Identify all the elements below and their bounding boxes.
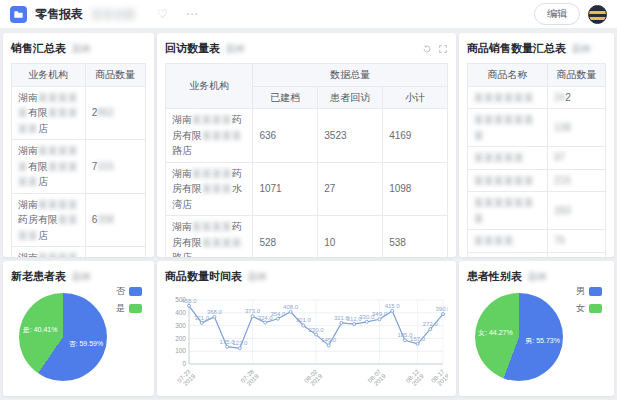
pie-slice-label: 是: 40.41% [23,325,58,335]
cell-text: 湖南 [18,252,38,257]
legend-swatch [129,287,142,296]
card-title-redacted: 副本 [528,270,548,284]
legend-item[interactable]: 女 [576,302,602,315]
data-point[interactable] [391,309,394,312]
legend-swatch [589,304,602,313]
data-point[interactable] [353,323,356,326]
data-point[interactable] [200,321,203,324]
page-title: 零售报表 [35,6,83,23]
point-label: 415.0 [385,303,401,309]
data-point[interactable] [289,310,292,313]
redacted-text: 97 [554,152,565,163]
table-cell: 湖南某某某某药房有限某某某某店 [12,193,86,247]
point-label: 230.0 [308,327,324,333]
cell-text: 店 [38,123,48,134]
data-point[interactable] [302,324,305,327]
cell-text: 2 [565,92,571,103]
line-chart[interactable]: 07-23201907-28201908-02201908-07201908-1… [165,286,448,392]
data-point[interactable] [365,320,368,323]
data-point[interactable] [340,321,343,324]
data-point[interactable] [442,313,445,316]
point-label: 349.0 [372,311,388,317]
cell-text: 有限 [182,237,202,248]
user-avatar[interactable] [588,5,607,24]
cell-text: 有限 [28,107,48,118]
cell-text: 湖南 [172,168,192,179]
point-label: 272.0 [423,321,439,327]
table-cell: 138 [548,109,606,147]
table-row: 某某某某某某215 [468,169,606,192]
data-point[interactable] [327,344,330,347]
table-cell: 某某某某某某 [468,169,548,192]
new-old-patients-pie-chart[interactable]: 否: 59.59%是: 40.41% [19,293,107,381]
table-cell: 2862 [85,86,145,140]
data-point[interactable] [416,342,419,345]
fullscreen-icon[interactable] [438,44,448,54]
pie-legend: 否是 [116,285,142,315]
legend-item[interactable]: 否 [116,285,142,298]
table-cell: 湖南某某某某药房有限某某某某路店 [166,216,253,258]
table-cell: 183 [548,192,606,230]
redacted-text: 某某某某某某某 [474,197,534,224]
data-point[interactable] [403,339,406,342]
table-row: 某某某某76 [468,230,606,253]
pie-slice-label: 男: 55.73% [525,336,560,346]
data-point[interactable] [251,315,254,318]
revisit-body: 湖南某某某某药房有限某某某某路店63635234169湖南某某某某药房有限某某某… [166,109,448,258]
card-title-redacted: 副本 [572,42,592,56]
table-cell: 湖南某某某某某有限某某某某某店 [12,86,86,140]
data-point[interactable] [226,345,229,348]
card-title-redacted: 副本 [248,270,268,284]
table-cell: 1098 [383,162,448,216]
data-point[interactable] [429,328,432,331]
data-point[interactable] [238,347,241,350]
legend-item[interactable]: 男 [576,285,602,298]
data-point[interactable] [276,317,279,320]
patient-gender-pie-chart[interactable]: 男: 55.73%女: 44.27% [475,293,563,381]
redacted-text: 某某某某 [474,235,514,246]
table-cell: 湖南某某某某药房有限某某某某路店 [166,109,253,163]
y-tick-label: 0 [182,360,186,367]
data-point[interactable] [378,318,381,321]
cell-text: 湖南 [18,199,38,210]
redacted-text: 183 [554,205,571,216]
x-tick-label: 08-172019 [430,367,448,388]
card-title: 商品数量时间表 [165,269,242,284]
column-header-org: 业务机构 [166,64,253,109]
page-title-redacted: 某某连锁 [91,7,135,22]
cell-text: 店 [182,252,192,257]
column-header-subtotal: 小计 [383,86,448,109]
point-label: 157.0 [410,336,426,342]
table-cell: 242 [548,86,606,109]
more-menu-icon[interactable]: ⋯ [186,8,198,20]
cell-text: 528 [259,237,276,248]
edit-button[interactable]: 编辑 [534,3,580,25]
report-app-icon[interactable] [10,6,27,23]
y-tick-label: 400 [175,309,186,316]
data-point[interactable] [188,304,191,307]
cell-text: 路 [172,145,182,156]
favorite-heart-icon[interactable]: ♡ [157,8,168,20]
point-label: 390.0 [435,306,448,312]
redacted-text: 315 [97,161,114,172]
redacted-text: 76 [554,235,565,246]
table-cell: 4169 [383,109,448,163]
column-header-filed: 已建档 [253,86,318,109]
new-old-patients-card: 新老患者表 副本 否是 否: 59.59%是: 40.41% [3,261,154,396]
card-title: 新老患者表 [11,269,66,284]
redacted-text: 某某某某 [38,199,78,210]
cell-text: 10 [324,237,335,248]
legend-label: 否 [116,285,125,298]
refresh-icon[interactable] [422,44,432,54]
legend-item[interactable]: 是 [116,302,142,315]
cell-text: 1071 [259,183,281,194]
data-point[interactable] [315,333,318,336]
redacted-text: 某某某 [202,183,232,194]
redacted-text: 某某某某某 [474,152,524,163]
table-row: 湖南某某某某某有限某某某某某店2862 [12,86,146,140]
data-point[interactable] [264,321,267,324]
redacted-text: 某某某某 [202,130,242,141]
legend-label: 是 [116,302,125,315]
column-header-org: 业务机构 [12,64,86,87]
data-point[interactable] [213,315,216,318]
